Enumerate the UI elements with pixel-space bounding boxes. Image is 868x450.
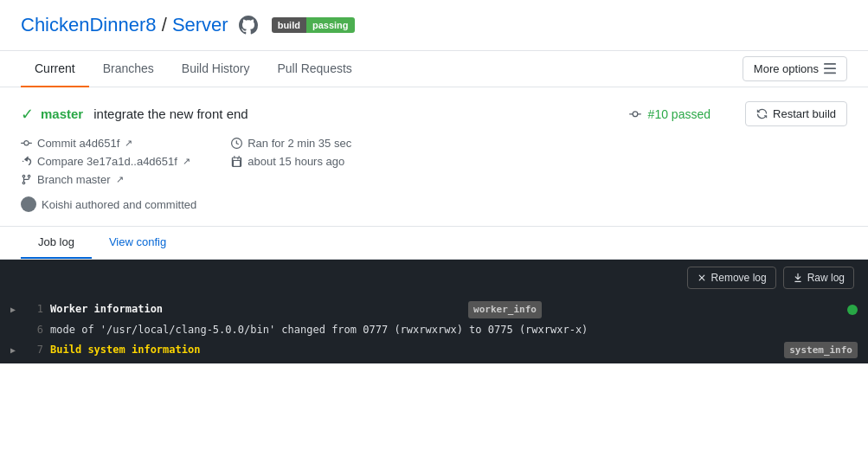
build-header: ✓ master integrate the new front end #10… [21,101,847,126]
log-badge-3: system_info [784,342,858,359]
repo-name: Server [172,14,228,35]
build-badge: build passing [272,17,355,33]
hamburger-icon [824,63,836,75]
commit-label: Commit a4d651f [37,137,119,150]
git-commit-icon [629,108,641,120]
clock-icon [231,138,242,149]
restart-build-label: Restart build [773,107,836,120]
github-icon [239,16,258,35]
badge-passing-label: passing [306,17,355,33]
build-tabs: Job log View config [0,227,868,260]
log-line-num-1: 1 [23,301,43,318]
restart-icon [756,108,768,119]
nav-tabs: Current Branches Build History Pull Requ… [0,51,868,87]
check-icon: ✓ [21,105,34,124]
run-time-item: Ran for 2 min 35 sec [231,137,351,150]
log-content: ▶ 1 Worker information worker_info ▶ 6 m… [0,296,868,363]
build-left: ✓ master integrate the new front end [21,105,248,124]
log-badge-1: worker_info [468,301,542,318]
compare-label: Compare 3e17a1d..a4d651f [37,155,177,168]
commit-icon [21,138,32,149]
remove-log-icon [697,273,707,283]
log-status-circle-1 [847,305,858,315]
log-line-num-2: 6 [23,322,43,338]
build-status: #10 passed [629,107,710,121]
log-section: Remove log Raw log ▶ 1 Worker informatio… [0,260,868,363]
log-line-text-1: Worker information [50,301,163,318]
compare-item: Compare 3e17a1d..a4d651f ↗ [21,155,196,168]
calendar-icon [231,156,242,167]
branch-item: Branch master ↗ [21,173,196,186]
commit-item: Commit a4d651f ↗ [21,137,196,150]
build-number: #10 passed [648,107,710,121]
more-options-button[interactable]: More options [743,56,847,81]
log-line-num-3: 7 [23,342,43,358]
remove-log-label: Remove log [711,272,767,284]
commit-message: integrate the new front end [93,106,248,121]
build-details: Commit a4d651f ↗ Compare 3e17a1d..a4d651… [21,137,847,212]
time-ago-label: about 15 hours ago [248,155,344,168]
tab-build-history[interactable]: Build History [168,51,264,87]
branch-ext-link: ↗ [116,174,124,185]
branch-label: Branch master [37,173,111,186]
repo-owner: ChickenDinner8 [21,14,157,35]
run-time-label: Ran for 2 min 35 sec [248,137,351,150]
commit-ext-link: ↗ [125,138,132,149]
download-icon [793,273,803,283]
raw-log-button[interactable]: Raw log [783,267,854,289]
branch-icon [21,174,32,185]
restart-build-button[interactable]: Restart build [745,101,847,126]
log-toggle-1[interactable]: ▶ [10,303,16,317]
more-options-label: More options [754,62,819,75]
remove-log-button[interactable]: Remove log [687,267,776,289]
author-label: Koishi authored and committed [42,198,196,211]
badge-build-label: build [272,17,306,33]
compare-ext-link: ↗ [183,156,190,167]
tab-branches[interactable]: Branches [89,51,168,87]
build-section: ✓ master integrate the new front end #10… [0,87,868,227]
branch-name: master [41,106,83,121]
tab-pull-requests[interactable]: Pull Requests [263,51,365,87]
build-right: #10 passed Restart build [629,101,847,126]
author-avatar [21,196,36,212]
build-meta-left: Commit a4d651f ↗ Compare 3e17a1d..a4d651… [21,137,196,212]
raw-log-label: Raw log [807,272,845,284]
log-line: ▶ 7 Build system information system_info [0,340,868,361]
log-toolbar: Remove log Raw log [0,260,868,296]
log-line: ▶ 1 Worker information worker_info [0,299,868,320]
log-toggle-3[interactable]: ▶ [10,344,16,357]
tab-job-log[interactable]: Job log [21,227,92,259]
repo-title: ChickenDinner8 / Server [21,14,228,36]
page-header: ChickenDinner8 / Server build passing [0,0,868,51]
time-ago-item: about 15 hours ago [231,155,351,168]
log-line: ▶ 6 mode of '/usr/local/clang-5.0.0/bin'… [0,320,868,340]
build-timing: Ran for 2 min 35 sec about 15 hours ago [231,137,351,212]
log-line-text-3: Build system information [50,342,200,358]
author-row: Koishi authored and committed [21,196,196,212]
compare-icon [21,156,32,167]
log-line-text-2: mode of '/usr/local/clang-5.0.0/bin' cha… [50,322,588,338]
tab-current[interactable]: Current [21,51,89,87]
tab-view-config[interactable]: View config [92,227,183,259]
